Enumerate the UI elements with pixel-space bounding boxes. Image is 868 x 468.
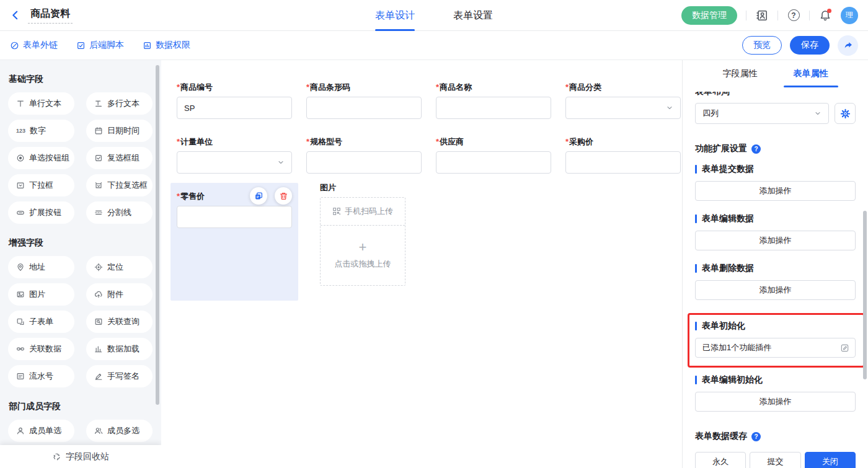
add-action-button[interactable]: 添加操作 — [695, 280, 856, 300]
field-supplier[interactable]: 供应商 — [436, 137, 551, 174]
field-type-multi-line-text[interactable]: 多行文本 — [86, 92, 153, 115]
field-product-barcode[interactable]: 商品条形码 — [306, 82, 422, 119]
share-button[interactable] — [838, 35, 858, 56]
properties-panel: 字段属性 表单属性 表单布局 四列 功能扩展设置 — [682, 60, 868, 468]
field-type-checkbox-group[interactable]: 复选框组 — [86, 147, 153, 169]
field-type-number[interactable]: 123 数字 — [8, 120, 74, 142]
section-title-basic: 基础字段 — [9, 74, 153, 85]
field-product-name[interactable]: 商品名称 — [436, 82, 551, 119]
cache-option-close[interactable]: 关闭 — [805, 452, 856, 468]
copy-field-button[interactable] — [250, 187, 267, 205]
tab-form-design[interactable]: 表单设计 — [375, 0, 415, 31]
address-book-icon[interactable] — [755, 9, 769, 22]
add-action-button[interactable]: 添加操作 — [695, 392, 856, 412]
field-type-single-line-text[interactable]: 单行文本 — [8, 92, 74, 115]
retail-price-input[interactable] — [177, 206, 292, 228]
supplier-input[interactable] — [436, 151, 551, 174]
help-icon[interactable]: ? — [787, 9, 800, 22]
field-type-multi-select[interactable]: 下拉复选框 — [86, 174, 153, 196]
group-form-edit-init: 表单编辑初始化 添加操作 — [695, 375, 856, 412]
form-layout-label: 表单布局 — [695, 92, 856, 97]
edit-icon — [840, 343, 849, 353]
divider — [746, 11, 746, 20]
tab-form-settings[interactable]: 表单设置 — [453, 0, 493, 31]
field-image[interactable]: 图片 手机扫码上传 + 点击或拖拽上传 — [320, 183, 405, 286]
plugin-summary-field[interactable]: 已添加1个功能插件 — [695, 338, 856, 358]
field-type-select[interactable]: 下拉框 — [8, 174, 74, 196]
delete-field-button[interactable] — [275, 187, 292, 205]
tab-field-properties[interactable]: 字段属性 — [723, 60, 758, 87]
add-action-button[interactable]: 添加操作 — [695, 181, 856, 201]
field-type-radio-group[interactable]: 单选按钮组 — [8, 147, 74, 169]
product-category-select[interactable] — [565, 97, 681, 119]
field-type-data-load[interactable]: 数据加载 — [86, 338, 153, 360]
field-type-signature[interactable]: 手写签名 — [86, 365, 153, 387]
field-type-image[interactable]: 图片 — [8, 283, 74, 306]
field-spec-model[interactable]: 规格型号 — [306, 137, 422, 174]
chevron-down-icon — [277, 159, 285, 166]
form-title[interactable]: 商品资料 — [28, 7, 73, 24]
external-link-action[interactable]: 表单外链 — [10, 40, 58, 51]
help-question-icon[interactable]: ? — [751, 144, 761, 154]
field-type-serial-number[interactable]: 流水号 — [8, 365, 74, 387]
data-permission-action[interactable]: 数据权限 — [143, 40, 190, 51]
field-type-attachment[interactable]: 附件 — [86, 283, 153, 306]
panel-scrollbar[interactable] — [863, 211, 867, 379]
field-type-member-multi[interactable]: 成员多选 — [86, 420, 153, 442]
sidebar-scrollbar[interactable] — [156, 65, 159, 405]
product-name-input[interactable] — [436, 97, 551, 119]
divider — [809, 11, 810, 20]
preview-button[interactable]: 预览 — [742, 36, 782, 55]
qr-code-icon — [332, 207, 341, 216]
cache-option-submit[interactable]: 提交 — [750, 452, 800, 468]
notification-bell-icon[interactable] — [818, 9, 832, 22]
field-unit[interactable]: 计量单位 — [177, 137, 292, 174]
recycle-icon — [52, 452, 61, 461]
tab-form-properties[interactable]: 表单属性 — [794, 60, 828, 87]
cache-option-group: 永久 提交 关闭 — [695, 452, 856, 468]
field-library-sidebar: 基础字段 单行文本 多行文本 123 数字 日期时间 单选按钮组 — [0, 60, 161, 468]
scan-upload-button[interactable]: 手机扫码上传 — [321, 198, 405, 226]
back-button[interactable] — [10, 10, 20, 20]
product-barcode-input[interactable] — [306, 97, 422, 119]
field-recycle-bin[interactable]: 字段回收站 — [0, 445, 161, 468]
product-code-input[interactable]: SP — [177, 97, 292, 119]
field-type-linked-data[interactable]: 关联数据 — [8, 338, 74, 360]
backend-script-action[interactable]: 后端脚本 — [76, 40, 124, 51]
highlight-red-box: 表单初始化 已添加1个功能插件 — [688, 313, 865, 368]
cache-option-permanent[interactable]: 永久 — [695, 452, 746, 468]
field-type-extend-button[interactable]: 扩展按钮 — [8, 201, 74, 224]
layout-settings-button[interactable] — [835, 103, 856, 124]
add-action-button[interactable]: 添加操作 — [695, 231, 856, 250]
field-product-code[interactable]: 商品编号 SP — [177, 82, 292, 119]
help-question-icon[interactable]: ? — [751, 432, 761, 441]
avatar[interactable]: 理 — [841, 7, 858, 24]
purchase-price-input[interactable] — [565, 151, 681, 174]
field-type-member-single[interactable]: 成员单选 — [8, 420, 74, 442]
selected-field-retail-price[interactable]: 零售价 — [170, 183, 298, 301]
spec-model-input[interactable] — [306, 151, 422, 174]
field-type-address[interactable]: 地址 — [8, 256, 74, 278]
group-form-edit: 表单编辑数据 添加操作 — [695, 214, 856, 250]
group-form-submit: 表单提交数据 添加操作 — [695, 164, 856, 201]
drop-upload-area[interactable]: + 点击或拖拽上传 — [321, 226, 405, 285]
group-form-init: 表单初始化 已添加1个功能插件 — [695, 321, 856, 358]
field-product-category[interactable]: 商品分类 — [565, 82, 681, 119]
field-type-location[interactable]: 定位 — [86, 256, 153, 278]
data-manage-button[interactable]: 数据管理 — [681, 6, 737, 25]
save-button[interactable]: 保存 — [790, 36, 830, 55]
notification-dot — [827, 9, 831, 13]
field-type-divider[interactable]: 分割线 — [86, 201, 153, 224]
script-icon-label: 后端脚本 — [89, 40, 124, 51]
field-type-subform[interactable]: 子表单 — [8, 311, 74, 333]
trash-icon — [279, 192, 288, 201]
field-purchase-price[interactable]: 采购价 — [565, 137, 681, 174]
extension-settings-title: 功能扩展设置 ? — [695, 143, 856, 154]
number-icon: 123 — [16, 128, 25, 134]
layout-columns-select[interactable]: 四列 — [695, 103, 829, 124]
unit-select[interactable] — [177, 151, 292, 174]
form-design-canvas[interactable]: 商品编号 SP 商品条形码 商品名称 商品分类 计量单位 — [161, 60, 682, 468]
group-form-delete: 表单删除数据 添加操作 — [695, 263, 856, 300]
field-type-lookup-query[interactable]: 关联查询 — [86, 311, 153, 333]
field-type-datetime[interactable]: 日期时间 — [86, 120, 153, 142]
